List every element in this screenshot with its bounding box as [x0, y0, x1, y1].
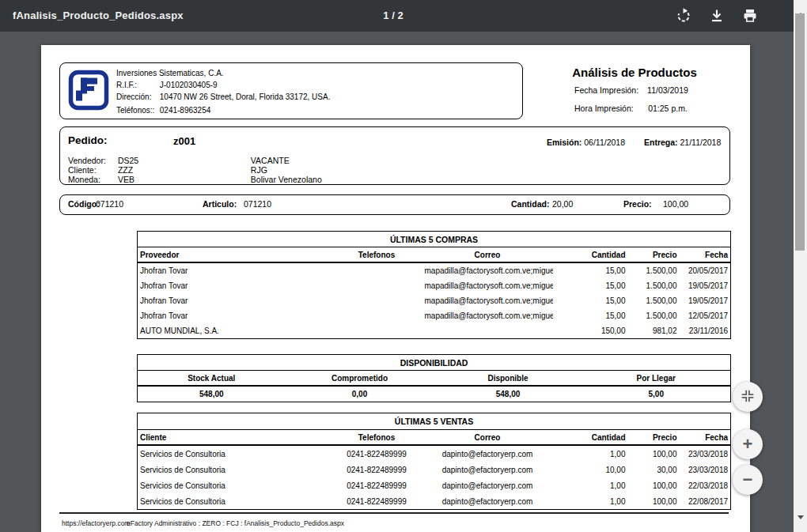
cell: mapadilla@factorysoft.com.ve;miguelpadil…: [422, 308, 553, 323]
fecha-impresion-value: 11/03/2019: [620, 85, 715, 95]
emision-value: 06/11/2018: [584, 138, 625, 147]
cantidad-value: 20,00: [552, 199, 573, 209]
page-indicator: 1 / 2: [383, 9, 403, 21]
compras-title: ÚLTIMAS 5 COMPRAS: [138, 232, 731, 247]
precio-value: 100,00: [663, 199, 688, 209]
table-row: AUTO MUNDIAL, S.A. 150,00 981,02 23/11/2…: [138, 323, 731, 339]
articulo-label: Articulo:: [203, 199, 237, 209]
direccion-label: Dirección:: [116, 92, 157, 101]
cell: 0,00: [286, 386, 434, 402]
disponibilidad-table: DISPONIBILIDAD Stock Actual Comprometido…: [137, 354, 731, 402]
cell: Jhofran Tovar: [138, 308, 332, 323]
cell: 5,00: [582, 386, 731, 402]
rotate-icon: [676, 8, 691, 24]
col-header: Correo: [422, 430, 553, 446]
col-header: Stock Actual: [138, 371, 286, 387]
footer-breadcrumb: eFactory Administrativo : ZERO : FCJ : f…: [127, 519, 344, 527]
cell: 0241-822489999: [332, 445, 422, 462]
cell: dapinto@efactoryerp.com: [422, 477, 553, 493]
fit-page-button[interactable]: [733, 382, 763, 412]
cell: Servicios de Consultoria: [138, 477, 332, 493]
emision-label: Emisión:: [547, 138, 582, 147]
cell: dapinto@efactoryerp.com: [422, 445, 553, 462]
cell: 1,00: [553, 445, 628, 462]
pedido-label: Pedido:: [68, 134, 108, 146]
download-button[interactable]: [704, 3, 729, 28]
cell: 23/03/2018: [680, 462, 731, 477]
scroll-down-button[interactable]: [794, 519, 807, 532]
ventas-table: ÚLTIMAS 5 VENTAS Cliente Telefonos Corre…: [137, 413, 731, 510]
table-row: Proveedor Telefonos Correo Cantidad Prec…: [138, 247, 731, 263]
codigo-label: Código:: [68, 199, 100, 209]
efactory-logo-icon: [68, 70, 109, 111]
cell: Servicios de Consultoria: [138, 462, 332, 477]
moneda-code: VEB: [118, 175, 248, 184]
cliente-name: RJG: [251, 165, 267, 175]
table-row: DISPONIBILIDAD: [138, 355, 731, 371]
cell: 0241-822489999: [332, 462, 422, 477]
footer-divider: [59, 512, 729, 514]
cell: 100,00: [628, 477, 680, 493]
rotate-button[interactable]: [671, 3, 696, 28]
cell: [422, 323, 553, 339]
table-row: 548,00 0,00 548,00 5,00: [138, 386, 731, 402]
col-header: Precio: [628, 247, 680, 263]
cell: [332, 278, 422, 293]
cell: 1.500,00: [628, 293, 680, 308]
cell: 19/05/2017: [680, 293, 731, 308]
cell: dapinto@efactoryerp.com: [422, 462, 553, 477]
col-header: Fecha: [680, 430, 731, 446]
cell: 1.500,00: [628, 262, 680, 278]
cliente-code: ZZZ: [118, 165, 248, 175]
pdf-viewer: fAnalisis_Producto_Pedidos.aspx 1 / 2: [0, 0, 807, 532]
cell: 0241-822489999: [332, 477, 422, 493]
table-row: Stock Actual Comprometido Disponible Por…: [138, 371, 731, 387]
producto-bar: Código: 071210 Articulo: 071210 Cantidad…: [59, 194, 730, 215]
report-title: Análisis de Productos: [525, 66, 744, 79]
scrollbar-thumb[interactable]: [795, 13, 805, 251]
vendedor-code: DS25: [118, 156, 248, 165]
cell: [332, 308, 422, 323]
col-header: Disponible: [434, 371, 582, 387]
telefonos-value: 0241-8963254: [160, 106, 211, 115]
fit-page-icon: [739, 387, 756, 407]
cell: 981,02: [628, 323, 680, 339]
telefonos-label: Teléfonos::: [116, 106, 157, 115]
company-name: Inversiones Sistematicas, C.A.: [116, 69, 224, 77]
zoom-out-button[interactable]: −: [733, 465, 763, 495]
hora-impresion-value: 01:25 p.m.: [620, 104, 715, 113]
cell: 22/03/2018: [680, 477, 731, 493]
col-header: Comprometido: [286, 371, 434, 387]
col-header: Por Llegar: [582, 371, 731, 387]
scroll-up-button[interactable]: [794, 0, 807, 13]
cell: 1,00: [553, 477, 628, 493]
table-row: Servicios de Consultoria 0241-822489999 …: [138, 445, 731, 462]
cliente-label: Cliente:: [68, 165, 116, 175]
cell: 19/05/2017: [680, 278, 731, 293]
precio-label: Precio:: [623, 199, 652, 209]
cell: 20/05/2017: [680, 262, 731, 278]
cell: Jhofran Tovar: [138, 293, 332, 308]
print-button[interactable]: [737, 3, 763, 28]
cell: 15,00: [553, 293, 628, 308]
download-icon: [709, 8, 725, 24]
cell: 23/03/2018: [680, 445, 731, 462]
toolbar-actions: [671, 3, 763, 28]
cell: 100,00: [628, 493, 680, 510]
vertical-scrollbar[interactable]: [794, 0, 807, 532]
zoom-in-button[interactable]: +: [733, 429, 763, 459]
pedido-box: Pedido: z001 Emisión: 06/11/2018 Entrega…: [59, 126, 730, 185]
col-header: Fecha: [680, 247, 731, 263]
cell: 15,00: [553, 278, 628, 293]
cell: 23/11/2016: [680, 323, 731, 339]
cell: 100,00: [628, 445, 680, 462]
cell: 15,00: [553, 308, 628, 323]
cell: Jhofran Tovar: [138, 262, 332, 278]
cell: 1.500,00: [628, 308, 680, 323]
cell: [332, 293, 422, 308]
cell: 22/08/2017: [680, 493, 731, 510]
zoom-in-icon: +: [743, 436, 753, 453]
viewer-toolbar: fAnalisis_Producto_Pedidos.aspx 1 / 2: [0, 0, 807, 32]
articulo-value: 071210: [244, 199, 271, 209]
print-info: Análisis de Productos Fecha Impresión: 1…: [525, 66, 744, 115]
